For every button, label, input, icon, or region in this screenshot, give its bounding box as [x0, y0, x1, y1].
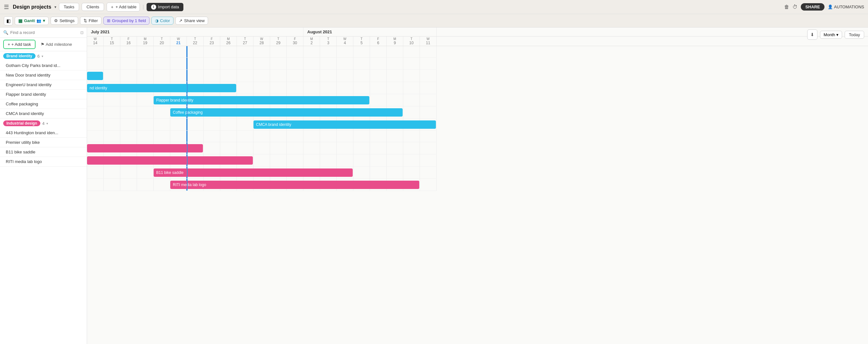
menu-icon[interactable]: ☰: [4, 3, 9, 10]
gantt-group-row: [87, 46, 437, 58]
share-view-button[interactable]: ↗ Share view: [176, 17, 208, 25]
gantt-group-row: [87, 131, 437, 142]
list-item[interactable]: Flapper brand identity: [0, 90, 87, 99]
list-item[interactable]: CMCA brand identity: [0, 109, 87, 118]
color-button[interactable]: ◑ Color: [151, 17, 174, 25]
color-icon: ◑: [155, 18, 158, 23]
gantt-item-row: Flapper brand identity: [87, 94, 437, 106]
list-item[interactable]: Premier utility bike: [0, 138, 87, 147]
clients-tab[interactable]: Clients: [82, 3, 104, 11]
history-icon[interactable]: ⏱: [793, 4, 798, 10]
divider: |: [143, 4, 144, 10]
dropdown-icon: ▾: [836, 32, 839, 37]
gantt-item-row: RITI media lab logo: [87, 179, 437, 191]
gantt-item-row: B11 bike saddle: [87, 167, 437, 179]
sidebar-toggle-button[interactable]: ◧: [4, 16, 13, 25]
gantt-controls: ⬇ Month ▾ Today: [807, 29, 864, 40]
collapse-sidebar-icon[interactable]: ⊡: [80, 30, 84, 35]
gantt-bar[interactable]: [87, 72, 103, 80]
search-input[interactable]: [10, 30, 79, 35]
dropdown-arrow: ▾: [43, 18, 45, 23]
action-bar: + + Add task ⚑ Add milestone: [0, 38, 87, 51]
share-button[interactable]: SHARE: [801, 3, 825, 10]
top-right-controls: 🗑 ⏱ SHARE 👤 AUTOMATIONS: [784, 3, 864, 10]
today-button[interactable]: Today: [845, 31, 864, 39]
month-row: July 2021August 2021: [87, 28, 868, 36]
gantt-bar[interactable]: nd identity: [87, 84, 236, 92]
plus-icon: ＋: [110, 4, 114, 10]
group-header-brand-identity: Brand identity 6 ▾: [0, 51, 87, 61]
person-icon: 👤: [828, 4, 833, 9]
milestone-icon: ⚑: [41, 42, 44, 47]
gantt-bar[interactable]: B11 bike saddle: [154, 169, 353, 177]
sidebar-list: Brand identity 6 ▾ Gotham City Parks bra…: [0, 51, 87, 344]
gantt-bar[interactable]: CMCA brand identity: [253, 120, 436, 129]
project-dropdown-icon[interactable]: ▾: [54, 5, 56, 9]
group-arrow-brand-identity[interactable]: ▾: [41, 54, 43, 58]
search-bar: 🔍 ⊡: [0, 28, 87, 38]
list-item[interactable]: B11 bike saddle: [0, 147, 87, 157]
search-icon: 🔍: [3, 30, 8, 35]
filter-icon: ⇅: [84, 18, 87, 23]
people-icon: 👥: [36, 19, 41, 23]
day-row: W14T15F16M19T20W21T22F23M26T27W28T29F30M…: [87, 36, 868, 46]
add-table-button[interactable]: ＋ + Add table: [106, 3, 140, 11]
gantt-item-row: Coffee packaging: [87, 106, 437, 118]
list-item[interactable]: Coffee packaging: [0, 99, 87, 109]
gantt-item-row: [87, 58, 437, 70]
gantt-bar[interactable]: [87, 156, 253, 165]
add-milestone-button[interactable]: ⚑ Add milestone: [38, 40, 74, 48]
import-icon: i: [151, 4, 156, 9]
sidebar: 🔍 ⊡ + + Add task ⚑ Add milestone Brand i…: [0, 28, 87, 344]
tasks-tab[interactable]: Tasks: [59, 3, 79, 11]
group-badge-industrial-design[interactable]: Industrial design: [3, 120, 40, 126]
gantt-icon: ▦: [18, 18, 22, 23]
gantt-item-row: [87, 142, 437, 154]
gantt-bar[interactable]: RITI media lab logo: [170, 181, 419, 189]
group-count-industrial-design: 4: [42, 121, 44, 126]
filter-button[interactable]: ⇅ Filter: [80, 17, 101, 25]
import-data-button[interactable]: i Import data: [147, 3, 184, 11]
add-task-button[interactable]: + + Add task: [3, 40, 35, 49]
gantt-body: nd identityFlapper brand identityCoffee …: [87, 46, 868, 191]
gantt-view-button[interactable]: ▦ Gantt 👥 ▾: [15, 17, 49, 25]
group-arrow-industrial-design[interactable]: ▾: [46, 122, 48, 125]
gantt-bar[interactable]: [87, 144, 203, 152]
gantt-bar[interactable]: Coffee packaging: [170, 108, 403, 117]
group-header-industrial-design: Industrial design 4 ▾: [0, 118, 87, 128]
top-nav: ☰ Design projects ▾ Tasks Clients ＋ + Ad…: [0, 0, 868, 14]
toolbar: ◧ ▦ Gantt 👥 ▾ ⚙ Settings ⇅ Filter ⊞ Grou…: [0, 14, 868, 28]
group-badge-brand-identity[interactable]: Brand identity: [3, 53, 35, 59]
settings-button[interactable]: ⚙ Settings: [51, 17, 78, 25]
list-item[interactable]: RITI media lab logo: [0, 157, 87, 167]
share-view-icon: ↗: [179, 18, 182, 23]
list-item[interactable]: Gotham City Parks brand id...: [0, 61, 87, 70]
gantt-area[interactable]: July 2021August 2021 W14T15F16M19T20W21T…: [87, 28, 868, 344]
automations-button[interactable]: 👤 AUTOMATIONS: [828, 4, 864, 9]
download-icon-button[interactable]: ⬇: [807, 29, 817, 40]
project-title: Design projects: [13, 4, 51, 10]
group-count-brand-identity: 6: [37, 54, 40, 59]
gantt-item-row: CMCA brand identity: [87, 118, 437, 131]
gantt-bar[interactable]: Flapper brand identity: [154, 96, 369, 105]
list-item[interactable]: New Door brand identity: [0, 70, 87, 80]
plus-icon: +: [8, 42, 10, 47]
gantt-item-row: [87, 154, 437, 167]
month-selector[interactable]: Month ▾: [820, 31, 842, 39]
trash-icon[interactable]: 🗑: [784, 4, 789, 10]
list-item[interactable]: 443 Huntington brand iden...: [0, 128, 87, 138]
list-item[interactable]: EngineerU brand identity: [0, 80, 87, 90]
gantt-header: July 2021August 2021 W14T15F16M19T20W21T…: [87, 28, 868, 46]
settings-icon: ⚙: [54, 18, 58, 23]
grouped-icon: ⊞: [107, 18, 111, 23]
grouped-by-button[interactable]: ⊞ Grouped by 1 field: [103, 17, 150, 25]
gantt-item-row: [87, 70, 437, 82]
gantt-item-row: nd identity: [87, 82, 437, 94]
main-layout: 🔍 ⊡ + + Add task ⚑ Add milestone Brand i…: [0, 28, 868, 344]
